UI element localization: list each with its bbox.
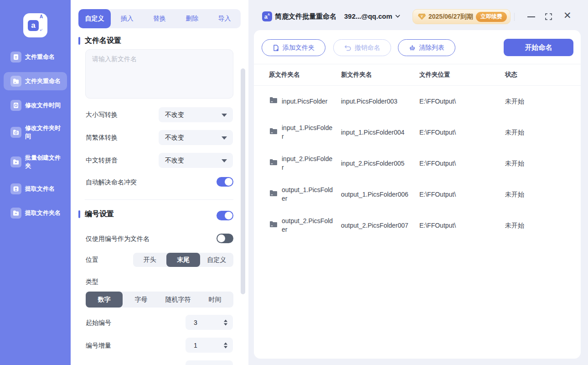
chevron-down-icon [222,136,227,140]
start-number-stepper[interactable]: 3 [186,315,233,330]
clear-list-label: 清除列表 [419,44,444,52]
numbering-toggle[interactable] [217,211,233,220]
tradsimp-convert-label: 简繁体转换 [86,134,118,142]
folder-location: E:\FFOutput\ [419,159,456,168]
account-email: 392...@qq.com [344,12,392,20]
sidebar-item-extract-foldername[interactable]: 提取文件夹名 [4,204,67,222]
case-convert-select[interactable]: 不改变 [159,107,233,122]
only-number-toggle[interactable] [217,234,233,243]
type-option-letter[interactable]: 字母 [123,292,160,308]
position-option-start[interactable]: 开头 [133,253,166,267]
position-segment: 开头 末尾 自定义 [133,253,233,267]
table-row[interactable]: output_1.PicsFolder output_1.PicsFolder0… [254,179,581,210]
header-location: 文件夹位置 [419,71,450,79]
old-folder-name: output_1.PicsFolder [282,186,334,203]
type-segment: 数字 字母 随机字符 时间 [86,292,233,308]
sidebar-item-file-time[interactable]: 修改文件时间 [4,96,67,115]
tab-replace[interactable]: 替换 [143,9,175,28]
titlebar-divider [514,13,515,21]
file-rename-icon [10,52,21,63]
tab-custom[interactable]: 自定义 [78,9,111,28]
filename-section-title: 文件名设置 [85,36,121,46]
header-status: 状态 [505,71,517,79]
conflict-resolve-toggle[interactable] [217,177,233,187]
folder-icon [269,97,278,106]
table-row[interactable]: input_2.PicsFolder input_2.PicsFolder005… [254,148,581,179]
new-folder-name: output_1.PicsFolder006 [341,190,419,199]
sidebar-item-file-rename[interactable]: 文件重命名 [4,48,67,66]
sidebar-item-label: 文件夹重命名 [25,77,61,85]
settings-scrollbar[interactable] [241,68,245,294]
partial-stepper[interactable] [186,360,233,365]
old-folder-name: output_2.PicsFolder [282,217,334,234]
extract-folder-icon [10,208,21,219]
app-logo: a A ⤶ [23,13,47,37]
type-option-number[interactable]: 数字 [86,292,123,308]
tab-insert[interactable]: 插入 [111,9,143,28]
account-dropdown[interactable]: 392...@qq.com [344,12,400,20]
tab-import[interactable]: 导入 [208,9,241,28]
file-plus-icon [273,44,279,52]
app-title: 简鹿文件批量重命名 [275,12,336,21]
table-row[interactable]: input_1.PicsFolder input_1.PicsFolder004… [254,117,581,148]
sidebar-item-folder-time[interactable]: 修改文件夹时间 [4,120,67,144]
sidebar-item-extract-filename[interactable]: 提取文件名 [4,180,67,198]
sidebar-item-batch-create-folder[interactable]: 批量创建文件夹 [4,150,67,174]
new-folder-name: input.PicsFolder003 [341,97,419,106]
add-folder-button[interactable]: 添加文件夹 [262,39,325,56]
status-text: 未开始 [505,128,524,137]
folder-location: E:\FFOutput\ [419,128,456,137]
new-filename-input[interactable] [85,49,233,99]
table-header: 原文件夹名 新文件夹名 文件夹位置 状态 [254,64,581,86]
chevron-down-icon [222,114,227,117]
undo-icon [344,45,351,51]
undo-rename-button[interactable]: 撤销命名 [333,39,391,56]
table-row[interactable]: output_2.PicsFolder output_2.PicsFolder0… [254,210,581,241]
table-row[interactable]: input.PicsFolder input.PicsFolder003 E:\… [254,86,581,117]
old-folder-name: input_1.PicsFolder [282,124,334,141]
start-rename-button[interactable]: 开始命名 [504,39,573,56]
status-text: 未开始 [505,97,524,106]
start-number-value: 3 [194,319,197,326]
increment-stepper[interactable]: 1 [186,338,233,353]
renew-button[interactable]: 立即续费 [476,12,507,22]
increment-value: 1 [194,342,197,349]
sidebar-item-label: 提取文件夹名 [25,209,61,217]
minimize-button[interactable] [527,16,535,17]
increment-label: 编号增量 [86,342,111,350]
section-accent-bar [78,37,80,45]
section-accent-bar [78,210,80,218]
maximize-button[interactable] [545,13,552,22]
sidebar: a A ⤶ 文件重命名 文件夹重命名 修改文件时间 修改文件夹时间 [0,0,71,365]
type-option-time[interactable]: 时间 [196,292,233,308]
new-folder-name: input_2.PicsFolder005 [341,159,419,168]
chevron-down-icon [222,159,227,162]
pinyin-convert-select[interactable]: 不改变 [159,153,233,168]
close-button[interactable]: ✕ [563,10,572,20]
tab-delete[interactable]: 删除 [176,9,208,28]
folder-plus-icon [10,156,21,167]
stepper-arrows-icon[interactable] [224,342,227,348]
table-body: input.PicsFolder input.PicsFolder003 E:\… [254,86,581,241]
logo-arrow-icon: ⤶ [40,27,42,32]
expiry-date: 2025/06/27到期 [428,13,473,21]
conflict-resolve-label: 自动解决命名冲突 [86,178,137,187]
old-folder-name: input_2.PicsFolder [282,155,334,172]
extract-file-icon [10,183,21,194]
folder-icon [269,159,278,168]
header-old-name: 原文件夹名 [269,71,300,79]
tradsimp-convert-select[interactable]: 不改变 [159,130,233,145]
file-time-icon [10,100,21,111]
position-option-end[interactable]: 末尾 [166,253,200,267]
chevron-down-icon [395,15,400,18]
old-folder-name: input.PicsFolder [282,97,334,106]
position-option-custom[interactable]: 自定义 [200,253,233,267]
type-option-random[interactable]: 随机字符 [160,292,196,308]
stepper-arrows-icon[interactable] [224,319,227,325]
svg-text:V: V [421,15,423,18]
sidebar-item-folder-rename[interactable]: 文件夹重命名 [4,72,67,90]
clear-list-button[interactable]: 清除列表 [398,39,455,56]
sidebar-item-label: 提取文件名 [25,185,55,193]
tradsimp-convert-value: 不改变 [165,134,184,142]
position-label: 位置 [86,256,98,264]
